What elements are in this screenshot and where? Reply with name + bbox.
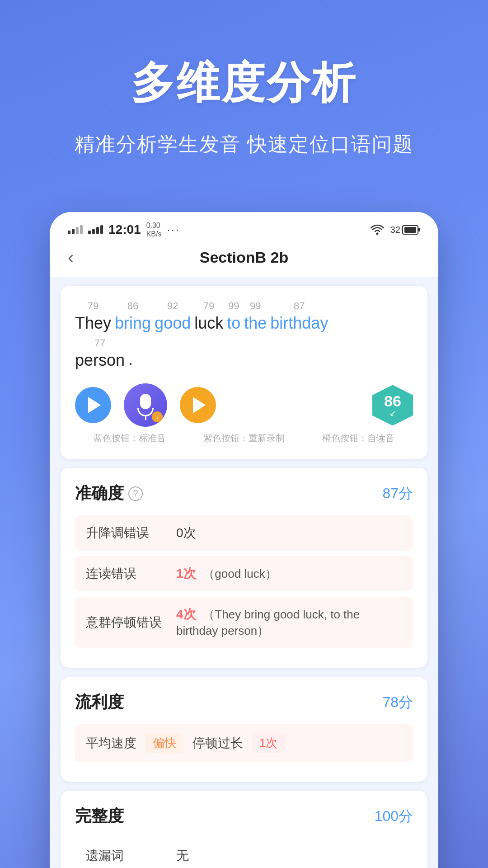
fluency-label: 平均速度	[86, 735, 136, 752]
error-detail: （They bring good luck, to the birthday p…	[176, 608, 360, 637]
purple-btn-label: 紫色按钮：重新录制	[203, 432, 285, 444]
word-text: They	[75, 314, 111, 333]
word-item-person: 77 person	[75, 337, 125, 370]
main-title: 多维度分析	[27, 54, 461, 113]
signal-bar2	[92, 229, 95, 234]
signal-bar	[72, 229, 75, 234]
hex-arrow-icon: ↙	[389, 408, 396, 418]
signal-bars-1	[68, 225, 83, 234]
error-detail: （good luck）	[203, 567, 277, 580]
mic-icon	[137, 394, 154, 416]
status-speed: 0.30KB/s	[146, 221, 162, 238]
button-labels: 蓝色按钮：标准音 紫色按钮：重新录制 橙色按钮：自读音	[75, 429, 413, 448]
orange-btn-label: 橙色按钮：自读音	[322, 432, 394, 444]
fluency-row-1: 平均速度 偏快 停顿过长 1次	[75, 724, 413, 762]
row-label: 意群停顿错误	[86, 614, 176, 631]
accuracy-row-3: 意群停顿错误 4次 （They bring good luck, to the …	[75, 597, 413, 648]
word-score: 77	[94, 337, 105, 349]
page-title: SectionB 2b	[200, 249, 288, 266]
word-score: 99	[250, 300, 261, 312]
accuracy-header: 准确度 ? 87分	[75, 482, 413, 505]
status-dots: ···	[167, 223, 180, 236]
accuracy-title: 准确度	[75, 482, 124, 505]
download-arrow-icon: ↓	[152, 411, 163, 422]
word-score: 99	[228, 300, 239, 312]
status-time: 12:01	[108, 222, 141, 237]
signal-bar2	[96, 227, 99, 234]
word-text: birthday	[270, 314, 328, 333]
word-score: 92	[167, 300, 178, 312]
word-item-bring: 86 bring	[115, 300, 151, 333]
fluency-header: 流利度 78分	[75, 691, 413, 713]
word-score: 79	[203, 300, 214, 312]
sentence-card: 79 They 86 bring 92 good 79 luck 99 to	[61, 286, 427, 459]
word-score: 87	[294, 300, 305, 312]
phone-mockup: 12:01 0.30KB/s ··· 32	[50, 212, 438, 868]
back-button[interactable]: ‹	[68, 247, 74, 268]
blue-btn-label: 蓝色按钮：标准音	[94, 432, 166, 444]
words-line2: 77 person .	[75, 337, 413, 370]
completeness-title: 完整度	[75, 805, 124, 827]
signal-bar2	[88, 231, 91, 234]
row-label: 升降调错误	[86, 524, 176, 542]
play-standard-button[interactable]	[75, 387, 111, 423]
play-self-button[interactable]	[180, 387, 216, 423]
accuracy-section: 准确度 ? 87分 升降调错误 0次 连读错误 1次 （good luck）	[61, 468, 427, 668]
pause-label: 停顿过长	[192, 735, 243, 752]
fluency-score: 78分	[382, 693, 413, 712]
fluency-title: 流利度	[75, 691, 124, 713]
content-area: 79 They 86 bring 92 good 79 luck 99 to	[50, 277, 438, 868]
word-item-to: 99 to	[227, 300, 240, 333]
accuracy-score: 87分	[382, 484, 413, 504]
completeness-score: 100分	[375, 807, 413, 826]
signal-bar	[76, 227, 79, 234]
accuracy-row-1: 升降调错误 0次	[75, 515, 413, 551]
battery-number: 32	[390, 225, 400, 235]
signal-bar2	[100, 225, 103, 234]
word-score: 86	[127, 300, 138, 312]
header-section: 多维度分析 精准分析学生发音 快速定位口语问题	[0, 0, 488, 185]
row-label: 遗漏词	[86, 847, 176, 864]
signal-bar	[68, 231, 70, 234]
hex-score-value: 86	[384, 392, 401, 410]
row-value: 4次 （They bring good luck, to the birthda…	[176, 606, 402, 639]
word-text: to	[227, 314, 240, 333]
nav-bar: ‹ SectionB 2b	[50, 243, 438, 277]
battery-icon	[402, 225, 420, 235]
row-label: 连读错误	[86, 565, 176, 582]
word-text: good	[155, 314, 191, 333]
wifi-icon	[370, 223, 385, 236]
accuracy-row-2: 连读错误 1次 （good luck）	[75, 556, 413, 591]
row-value: 无	[176, 847, 189, 864]
word-score: 79	[88, 300, 99, 312]
word-item-they: 79 They	[75, 300, 111, 333]
status-right: 32	[370, 223, 420, 236]
pause-count-tag: 1次	[252, 733, 285, 753]
status-left: 12:01 0.30KB/s ···	[68, 221, 180, 238]
overall-score-badge: 86 ↙	[372, 385, 413, 425]
signal-bars-2	[88, 225, 103, 234]
row-value: 1次 （good luck）	[176, 565, 277, 582]
speed-bias-tag: 偏快	[145, 733, 183, 753]
signal-bar	[80, 225, 83, 234]
word-item-the: 99 the	[244, 300, 267, 333]
punctuation: .	[128, 350, 133, 370]
help-icon[interactable]: ?	[128, 486, 143, 501]
word-text: the	[244, 314, 267, 333]
word-text: person	[75, 351, 125, 370]
completeness-row-1: 遗漏词 无	[75, 838, 413, 868]
row-value: 0次	[176, 524, 196, 542]
completeness-section: 完整度 100分 遗漏词 无 复读词 无	[61, 791, 427, 868]
controls-row: ↓ 86 ↙	[75, 383, 413, 427]
word-text: luck	[194, 314, 223, 333]
sub-title: 精准分析学生发音 快速定位口语问题	[27, 131, 461, 158]
word-text: bring	[115, 314, 151, 333]
battery-container: 32	[390, 225, 420, 235]
words-line1: 79 They 86 bring 92 good 79 luck 99 to	[75, 300, 413, 333]
word-item-birthday: 87 birthday	[270, 300, 328, 333]
status-bar: 12:01 0.30KB/s ··· 32	[50, 212, 438, 243]
completeness-header: 完整度 100分	[75, 805, 413, 827]
svg-point-0	[376, 233, 378, 235]
word-item-good: 92 good	[155, 300, 191, 333]
record-button[interactable]: ↓	[124, 383, 167, 427]
